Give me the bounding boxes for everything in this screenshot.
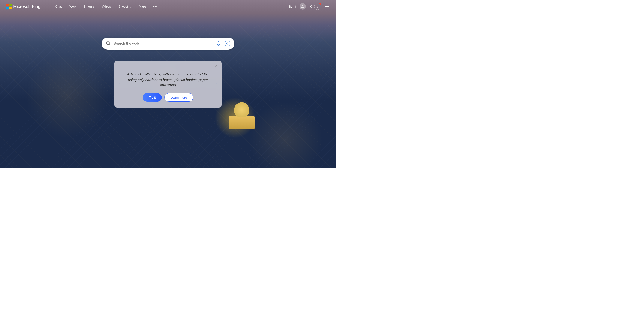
learn-more-button[interactable]: Learn more [164,93,193,102]
svg-line-2 [109,44,110,46]
nav-shopping[interactable]: Shopping [118,5,131,8]
microphone-icon[interactable] [216,41,221,46]
try-it-button[interactable]: Try it [143,93,162,102]
search-input[interactable] [114,41,216,46]
hamburger-menu-button[interactable] [325,5,330,8]
chevron-right-icon [215,81,218,86]
indicator-3[interactable] [169,66,186,67]
person-icon [301,5,305,8]
search-container [102,38,234,50]
nav-videos[interactable]: Videos [102,5,111,8]
rewards-badge-button[interactable] [314,3,321,10]
signin-button[interactable]: Sign in [288,3,306,10]
header: Microsoft Bing Chat Work Images Videos S… [0,0,336,13]
svg-point-1 [106,42,110,45]
nav-maps[interactable]: Maps [139,5,146,8]
indicator-4[interactable] [189,66,206,67]
logo-text: Microsoft Bing [13,4,40,9]
svg-rect-3 [218,42,219,44]
promo-buttons: Try it Learn more [125,93,211,102]
main-nav: Chat Work Images Videos Shopping Maps [56,5,146,8]
nav-chat[interactable]: Chat [56,5,62,8]
medal-icon [316,5,320,8]
search-box [102,38,234,50]
microsoft-logo-icon [6,4,12,9]
rewards-count: 0 [310,5,312,8]
nav-images[interactable]: Images [84,5,94,8]
search-icon[interactable] [106,41,111,46]
promo-indicators [125,66,211,67]
indicator-1[interactable] [130,66,147,67]
search-actions [216,41,230,46]
logo-section[interactable]: Microsoft Bing [6,4,40,9]
promo-next-button[interactable] [215,81,218,87]
avatar-icon [300,3,306,10]
close-icon [215,64,218,68]
header-right: Sign in 0 [288,3,330,10]
background-landmark [229,99,254,129]
rewards-section: 0 [310,3,321,10]
promo-prev-button[interactable] [118,81,121,87]
svg-point-0 [317,5,318,7]
promo-close-button[interactable] [215,64,218,68]
indicator-2[interactable] [149,66,167,67]
nav-work[interactable]: Work [70,5,76,8]
signin-label: Sign in [288,5,297,8]
promo-text: Arts and crafts ideas, with instructions… [125,72,211,88]
nav-more-button[interactable]: ••• [153,4,158,9]
svg-point-5 [227,43,228,44]
promo-card: Arts and crafts ideas, with instructions… [114,61,222,108]
chevron-left-icon [118,81,121,86]
camera-search-icon[interactable] [224,41,230,46]
